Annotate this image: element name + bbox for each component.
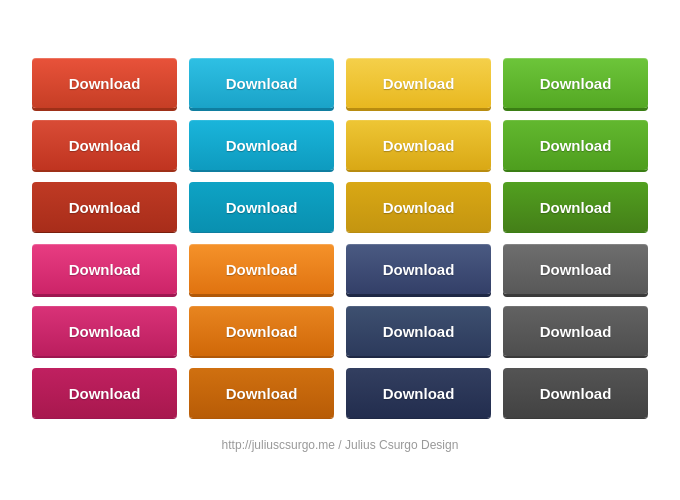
download-button-navy-1[interactable]: Download — [346, 244, 491, 294]
download-button-green-2[interactable]: Download — [503, 120, 648, 170]
download-button-pink-2[interactable]: Download — [32, 306, 177, 356]
download-button-red-1[interactable]: Download — [32, 58, 177, 108]
download-button-orange-1[interactable]: Download — [189, 244, 334, 294]
download-button-orange-3[interactable]: Download — [189, 368, 334, 418]
download-button-yellow-1[interactable]: Download — [346, 58, 491, 108]
main-container: Download Download Download Download Down… — [0, 0, 680, 500]
button-grid: Download Download Download Download Down… — [32, 58, 648, 420]
download-button-cyan-1[interactable]: Download — [189, 58, 334, 108]
download-button-yellow-2[interactable]: Download — [346, 120, 491, 170]
download-button-green-3[interactable]: Download — [503, 182, 648, 232]
download-button-navy-2[interactable]: Download — [346, 306, 491, 356]
download-button-red-2[interactable]: Download — [32, 120, 177, 170]
download-button-pink-1[interactable]: Download — [32, 244, 177, 294]
footer-credit: http://juliuscsurgo.me / Julius Csurgo D… — [222, 438, 459, 452]
download-button-gray-1[interactable]: Download — [503, 244, 648, 294]
download-button-green-1[interactable]: Download — [503, 58, 648, 108]
download-button-gray-3[interactable]: Download — [503, 368, 648, 418]
download-button-red-3[interactable]: Download — [32, 182, 177, 232]
download-button-orange-2[interactable]: Download — [189, 306, 334, 356]
download-button-pink-3[interactable]: Download — [32, 368, 177, 418]
download-button-gray-2[interactable]: Download — [503, 306, 648, 356]
download-button-cyan-2[interactable]: Download — [189, 120, 334, 170]
download-button-cyan-3[interactable]: Download — [189, 182, 334, 232]
download-button-yellow-3[interactable]: Download — [346, 182, 491, 232]
download-button-navy-3[interactable]: Download — [346, 368, 491, 418]
